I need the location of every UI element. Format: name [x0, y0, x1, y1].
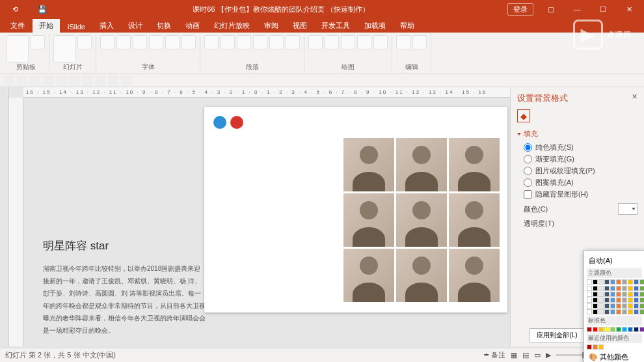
- color-swatch[interactable]: [622, 286, 627, 291]
- menu-tab-9[interactable]: 视图: [286, 19, 314, 33]
- ribbon-button[interactable]: [286, 35, 300, 49]
- color-swatch[interactable]: [598, 298, 604, 303]
- fill-option[interactable]: 图片或纹理填充(P): [524, 166, 637, 176]
- color-swatch[interactable]: [634, 279, 639, 285]
- ribbon-button[interactable]: [133, 35, 147, 49]
- color-swatch[interactable]: [593, 327, 598, 332]
- menu-tab-8[interactable]: 审阅: [258, 19, 285, 33]
- celebrity-photo[interactable]: [343, 138, 394, 191]
- color-swatch[interactable]: [616, 292, 621, 297]
- qat-btn[interactable]: [43, 76, 53, 86]
- color-swatch[interactable]: [628, 327, 633, 332]
- color-swatch[interactable]: [610, 298, 615, 303]
- ribbon-button[interactable]: [325, 35, 339, 49]
- color-swatch[interactable]: [610, 309, 615, 314]
- color-swatch[interactable]: [634, 298, 639, 303]
- view-normal-icon[interactable]: ▦: [511, 351, 517, 359]
- color-swatch[interactable]: [628, 303, 633, 309]
- color-swatch[interactable]: [616, 286, 621, 291]
- color-swatch[interactable]: [628, 292, 633, 297]
- color-swatch[interactable]: [598, 303, 604, 309]
- color-swatch[interactable]: [587, 292, 592, 297]
- pane-close-icon[interactable]: ✕: [632, 92, 637, 101]
- qat-btn[interactable]: [121, 76, 131, 86]
- ribbon-options-icon[interactable]: ▢: [539, 1, 563, 17]
- more-colors[interactable]: 🎨 其他颜色(M)...: [587, 351, 642, 362]
- color-swatch[interactable]: [610, 292, 615, 297]
- save-icon[interactable]: 💾: [30, 1, 55, 17]
- menu-tab-12[interactable]: 帮助: [394, 19, 421, 33]
- thumbnail-rail[interactable]: [0, 87, 9, 346]
- color-swatch[interactable]: [587, 279, 592, 285]
- fill-option[interactable]: 渐变填充(G): [524, 154, 637, 164]
- color-swatch[interactable]: [587, 286, 592, 291]
- celebrity-photo[interactable]: [396, 249, 447, 302]
- color-swatch[interactable]: [639, 286, 644, 291]
- ribbon-button[interactable]: [149, 35, 163, 49]
- login-button[interactable]: 登录: [507, 3, 533, 16]
- color-swatch[interactable]: [616, 298, 621, 303]
- color-swatch[interactable]: [622, 279, 627, 285]
- color-swatch[interactable]: [610, 303, 615, 309]
- color-swatch[interactable]: [639, 309, 644, 314]
- color-swatch[interactable]: [622, 292, 627, 297]
- color-swatch[interactable]: [593, 309, 598, 314]
- minimize-icon[interactable]: —: [565, 1, 589, 17]
- auto-color[interactable]: 自动(A): [587, 255, 642, 267]
- color-swatch[interactable]: [610, 327, 615, 332]
- fill-option[interactable]: 隐藏背景图形(H): [524, 189, 637, 199]
- view-sorter-icon[interactable]: ▤: [522, 351, 529, 359]
- color-swatch[interactable]: [598, 327, 604, 332]
- color-swatch[interactable]: [634, 286, 639, 291]
- color-swatch[interactable]: [598, 292, 604, 297]
- color-swatch[interactable]: [622, 309, 627, 314]
- ribbon-button[interactable]: [53, 35, 75, 63]
- view-reading-icon[interactable]: ▭: [534, 351, 541, 359]
- ribbon-button[interactable]: [373, 35, 388, 49]
- color-swatch[interactable]: [622, 327, 627, 332]
- menu-tab-4[interactable]: 设计: [122, 19, 149, 33]
- color-swatch[interactable]: [634, 292, 639, 297]
- color-swatch[interactable]: [628, 309, 633, 314]
- ribbon-button[interactable]: [204, 35, 219, 49]
- color-swatch[interactable]: [587, 344, 592, 350]
- menu-tab-0[interactable]: 文件: [4, 19, 31, 33]
- ribbon-button[interactable]: [341, 35, 355, 49]
- ribbon-button[interactable]: [396, 35, 410, 49]
- color-swatch[interactable]: [604, 309, 610, 314]
- ribbon-button[interactable]: [100, 35, 114, 49]
- qat-btn[interactable]: [17, 76, 27, 86]
- ribbon-button[interactable]: [31, 35, 45, 49]
- color-swatch[interactable]: [593, 292, 598, 297]
- menu-tab-5[interactable]: 切换: [150, 19, 178, 33]
- canvas-area[interactable]: 16 · 15 · 14 · 13 · 12 · 11 · 10 · 9 · 8…: [9, 87, 510, 346]
- color-swatch[interactable]: [604, 279, 610, 285]
- ribbon-button[interactable]: [237, 35, 251, 49]
- ribbon-button[interactable]: [7, 35, 29, 63]
- color-swatch[interactable]: [598, 279, 604, 285]
- celebrity-photo[interactable]: [449, 138, 500, 191]
- menu-tab-11[interactable]: 加载项: [358, 19, 392, 33]
- menu-tab-3[interactable]: 插入: [93, 19, 120, 33]
- ribbon-button[interactable]: [357, 35, 371, 49]
- celebrity-photo[interactable]: [449, 193, 500, 247]
- view-slideshow-icon[interactable]: ▶: [546, 351, 551, 359]
- color-picker-button[interactable]: [618, 203, 637, 215]
- color-swatch[interactable]: [598, 286, 604, 291]
- menu-tab-10[interactable]: 开发工具: [315, 19, 356, 33]
- color-swatch[interactable]: [587, 327, 592, 332]
- color-swatch[interactable]: [610, 279, 615, 285]
- color-swatch[interactable]: [628, 286, 633, 291]
- notes-button[interactable]: ≐ 备注: [483, 350, 505, 360]
- color-swatch[interactable]: [587, 309, 592, 314]
- ribbon-button[interactable]: [308, 35, 323, 49]
- qat-btn[interactable]: [69, 76, 79, 86]
- color-swatch[interactable]: [598, 309, 604, 314]
- color-swatch[interactable]: [622, 298, 627, 303]
- color-swatch[interactable]: [593, 279, 598, 285]
- color-swatch[interactable]: [622, 303, 627, 309]
- color-swatch[interactable]: [604, 286, 610, 291]
- qat-btn[interactable]: [82, 76, 92, 86]
- close-icon[interactable]: ✕: [617, 1, 641, 17]
- qat-btn[interactable]: [30, 76, 40, 86]
